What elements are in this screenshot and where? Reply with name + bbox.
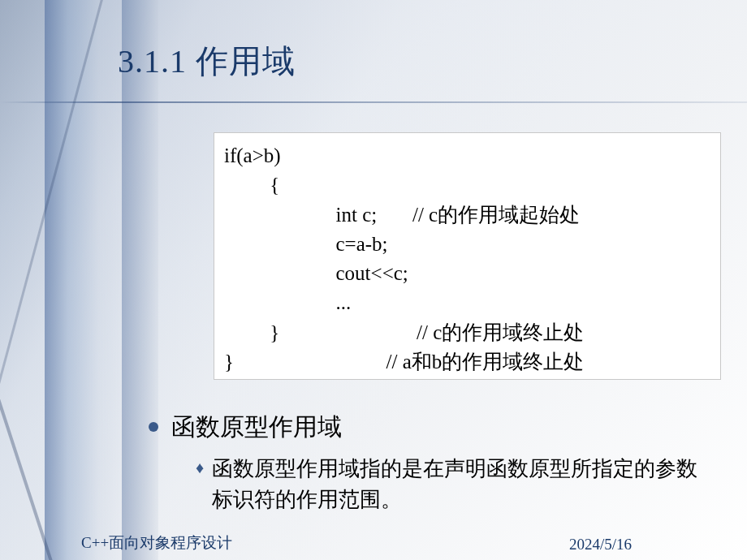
- bullet-circle-icon: [149, 422, 158, 432]
- decorative-band-1: [45, 0, 122, 560]
- slide-footer: C++面向对象程序设计 2024/5/16: [0, 529, 747, 554]
- slide: 3.1.1 作用域 if(a>b) { int c; // c的作用域起始处 c…: [0, 0, 747, 560]
- code-line: c=a-b;: [224, 230, 710, 259]
- decorative-diagonal-2: [0, 0, 121, 560]
- slide-header: 3.1.1 作用域: [118, 39, 715, 84]
- bullet-level-2: ♦ 函数原型作用域指的是在声明函数原型所指定的参数标识符的作用范围。: [196, 454, 698, 515]
- code-line: ...: [224, 288, 710, 317]
- code-line: {: [224, 170, 710, 200]
- code-line: if(a>b): [224, 141, 710, 170]
- code-line: cout<<c;: [224, 259, 710, 288]
- code-line: } // c的作用域终止处: [224, 318, 710, 347]
- code-line: } // a和b的作用域终止处: [224, 347, 710, 377]
- slide-title: 3.1.1 作用域: [118, 39, 715, 84]
- code-line: int c; // c的作用域起始处: [224, 200, 710, 230]
- decorative-diagonal-1: [0, 0, 76, 560]
- footer-left-text: C++面向对象程序设计: [81, 532, 232, 554]
- footer-date: 2024/5/16: [569, 536, 632, 554]
- code-block: if(a>b) { int c; // c的作用域起始处 c=a-b; cout…: [214, 132, 721, 380]
- bullet-1-text: 函数原型作用域: [171, 411, 342, 444]
- bullet-level-1: 函数原型作用域: [149, 411, 698, 444]
- bullet-2-text: 函数原型作用域指的是在声明函数原型所指定的参数标识符的作用范围。: [212, 454, 698, 515]
- bullet-diamond-icon: ♦: [196, 459, 204, 477]
- bullet-list: 函数原型作用域 ♦ 函数原型作用域指的是在声明函数原型所指定的参数标识符的作用范…: [149, 411, 698, 515]
- title-underline: [0, 101, 747, 103]
